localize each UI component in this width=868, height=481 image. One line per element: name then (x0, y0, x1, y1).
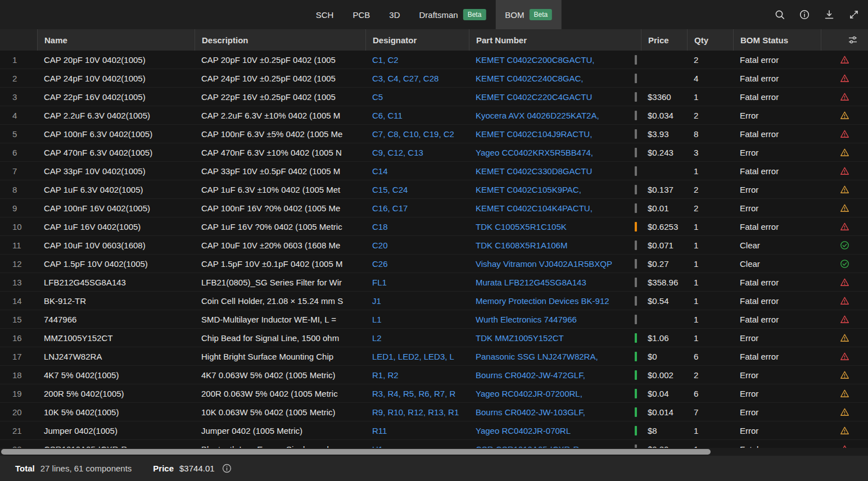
tab-pcb[interactable]: PCB (343, 0, 379, 29)
cell-description: SMD-Multilayer Inductor WE-MI, L = (195, 315, 365, 324)
cell-part-number[interactable]: TDK MMZ1005Y152CT (469, 333, 631, 343)
cell-part-number[interactable]: Panasonic SSG LNJ247W82RA, (469, 352, 631, 361)
stock-bar (635, 352, 637, 361)
table-row[interactable]: 19 200R 5% 0402(1005) 200R 0.063W 5% 040… (0, 384, 868, 403)
column-header-price[interactable]: Price (641, 29, 687, 51)
table-row[interactable]: 18 4K7 5% 0402(1005) 4K7 0.063W 5% 0402 … (0, 366, 868, 384)
horizontal-scrollbar[interactable] (0, 448, 868, 456)
cell-designator[interactable]: C20 (365, 240, 469, 250)
price-info-icon[interactable] (221, 463, 232, 474)
cell-designator[interactable]: C1, C2 (365, 55, 469, 65)
table-row[interactable]: 1 CAP 20pF 10V 0402(1005) CAP 20pF 10V ±… (0, 51, 868, 69)
table-row[interactable]: 22 CSR1010A05-ICXR-R Bluetooth Low Energ… (0, 440, 868, 448)
tab-sch[interactable]: SCH (306, 0, 343, 29)
table-row[interactable]: 2 CAP 24pF 10V 0402(1005) CAP 24pF 10V ±… (0, 69, 868, 88)
cell-designator[interactable]: LED1, LED2, LED3, L (365, 352, 469, 361)
table-row[interactable]: 6 CAP 470nF 6.3V 0402(1005) CAP 470nF 6.… (0, 143, 868, 162)
table-row[interactable]: 16 MMZ1005Y152CT Chip Bead for Signal Li… (0, 329, 868, 347)
cell-part-number[interactable]: KEMET C0402C104K4PACTU, (469, 203, 631, 213)
cell-part-number[interactable]: KEMET C0402C220C4GACTU (469, 92, 631, 102)
cell-qty: 4 (687, 74, 733, 83)
column-header-designator[interactable]: Designator (365, 29, 469, 51)
tab-draftsman[interactable]: Draftsman Beta (409, 0, 495, 29)
cell-designator[interactable]: C15, C24 (365, 185, 469, 194)
cell-description: 200R 0.063W 5% 0402 (1005 Metric (195, 389, 365, 398)
column-header-description[interactable]: Description (195, 29, 365, 51)
cell-qty: 1 (687, 166, 733, 176)
cell-part-number[interactable]: Kyocera AVX 04026D225KAT2A, (469, 111, 631, 120)
row-number: 4 (0, 111, 37, 120)
column-header-part-number[interactable]: Part Number (469, 29, 641, 51)
table-row[interactable]: 3 CAP 22pF 16V 0402(1005) CAP 22pF 16V ±… (0, 88, 868, 106)
cell-part-number[interactable]: Bourns CR0402-JW-472GLF, (469, 370, 631, 380)
table-row[interactable]: 11 CAP 10uF 10V 0603(1608) CAP 10uF 10V … (0, 236, 868, 255)
table-row[interactable]: 17 LNJ247W82RA Hight Bright Surface Moun… (0, 347, 868, 366)
table-row[interactable]: 14 BK-912-TR Coin Cell Holder, 21.08 × 1… (0, 292, 868, 310)
cell-part-number[interactable]: Yageo CC0402KRX5R5BB474, (469, 148, 631, 157)
table-row[interactable]: 13 LFB212G45SG8A143 LFB21(0805)_SG Serie… (0, 273, 868, 292)
cell-part-number[interactable]: KEMET C0402C200C8GACTU, (469, 55, 631, 65)
table-row[interactable]: 20 10K 5% 0402(1005) 10K 0.063W 5% 0402 … (0, 403, 868, 421)
table-row[interactable]: 9 CAP 100nF 16V 0402(1005) CAP 100nF 16V… (0, 199, 868, 217)
cell-description: CAP 1uF 6.3V ±10% 0402 (1005 Met (195, 185, 365, 194)
tab-bom[interactable]: BOM Beta (495, 0, 562, 29)
table-row[interactable]: 15 7447966 SMD-Multilayer Inductor WE-MI… (0, 310, 868, 329)
stock-bar-cell (631, 366, 641, 384)
column-header-qty[interactable]: Qty (687, 29, 733, 51)
cell-part-number[interactable]: Wurth Electronics 7447966 (469, 315, 631, 324)
cell-designator[interactable]: C14 (365, 166, 469, 176)
cell-designator[interactable]: C7, C8, C10, C19, C2 (365, 129, 469, 139)
cell-part-number[interactable]: Yageo RC0402JR-07200RL, (469, 389, 631, 398)
total-value: 27 lines, 61 components (40, 464, 132, 473)
cell-designator[interactable]: J1 (365, 296, 469, 306)
cell-designator[interactable]: R3, R4, R5, R6, R7, R (365, 389, 469, 398)
table-row[interactable]: 8 CAP 1uF 6.3V 0402(1005) CAP 1uF 6.3V ±… (0, 180, 868, 199)
cell-designator[interactable]: L2 (365, 333, 469, 343)
row-number: 7 (0, 166, 37, 176)
cell-part-number[interactable]: Memory Protection Devices BK-912 (469, 296, 631, 306)
column-header-name[interactable]: Name (37, 29, 195, 51)
table-row[interactable]: 4 CAP 2.2uF 6.3V 0402(1005) CAP 2.2uF 6.… (0, 106, 868, 125)
scrollbar-thumb[interactable] (1, 449, 711, 455)
row-number: 2 (0, 74, 37, 83)
table-row[interactable]: 5 CAP 100nF 6.3V 0402(1005) CAP 100nF 6.… (0, 125, 868, 143)
cell-designator[interactable]: C5 (365, 92, 469, 102)
cell-part-number[interactable]: KEMET C0402C104J9RACTU, (469, 129, 631, 139)
cell-part-number[interactable]: TDK C1608X5R1A106M (469, 240, 631, 250)
cell-designator[interactable]: L1 (365, 315, 469, 324)
cell-part-number[interactable]: Vishay Vitramon VJ0402A1R5BXQP (469, 259, 631, 269)
cell-name: CAP 24pF 10V 0402(1005) (37, 74, 195, 83)
cell-designator[interactable]: R9, R10, R12, R13, R1 (365, 407, 469, 417)
column-header-bom-status[interactable]: BOM Status (733, 29, 821, 51)
cell-designator[interactable]: C16, C17 (365, 203, 469, 213)
table-row[interactable]: 10 CAP 1uF 16V 0402(1005) CAP 1uF 16V ?0… (0, 217, 868, 236)
cell-designator[interactable]: C3, C4, C27, C28 (365, 74, 469, 83)
table-row[interactable]: 12 CAP 1.5pF 10V 0402(1005) CAP 1.5pF 10… (0, 255, 868, 273)
tab-3d[interactable]: 3D (379, 0, 409, 29)
cell-designator[interactable]: R11 (365, 426, 469, 435)
cell-designator[interactable]: R1, R2 (365, 370, 469, 380)
cell-designator[interactable]: FL1 (365, 278, 469, 287)
cell-part-number[interactable]: TDK C1005X5R1C105K (469, 222, 631, 232)
table-row[interactable]: 7 CAP 33pF 10V 0402(1005) CAP 33pF 10V ±… (0, 162, 868, 180)
cell-bom-status: Fatal error (733, 129, 821, 139)
cell-part-number[interactable]: Bourns CR0402-JW-103GLF, (469, 407, 631, 417)
expand-icon[interactable] (844, 5, 864, 24)
cell-description: CAP 20pF 10V ±0.25pF 0402 (1005 (195, 55, 365, 65)
cell-part-number[interactable]: KEMET C0402C330D8GACTU (469, 166, 631, 176)
cell-designator[interactable]: C26 (365, 259, 469, 269)
stock-bar (635, 55, 637, 65)
cell-part-number[interactable]: Murata LFB212G45SG8A143 (469, 278, 631, 287)
search-icon[interactable] (770, 5, 789, 24)
download-icon[interactable] (820, 5, 839, 24)
column-settings-icon[interactable] (821, 29, 868, 51)
cell-bom-status: Fatal error (733, 352, 821, 361)
cell-part-number[interactable]: KEMET C0402C105K9PAC, (469, 185, 631, 194)
info-icon[interactable] (795, 5, 814, 24)
cell-part-number[interactable]: KEMET C0402C240C8GAC, (469, 74, 631, 83)
cell-designator[interactable]: C9, C12, C13 (365, 148, 469, 157)
cell-designator[interactable]: C6, C11 (365, 111, 469, 120)
table-row[interactable]: 21 Jumper 0402(1005) Jumper 0402 (1005 M… (0, 421, 868, 440)
cell-part-number[interactable]: Yageo RC0402JR-070RL (469, 426, 631, 435)
cell-designator[interactable]: C18 (365, 222, 469, 232)
